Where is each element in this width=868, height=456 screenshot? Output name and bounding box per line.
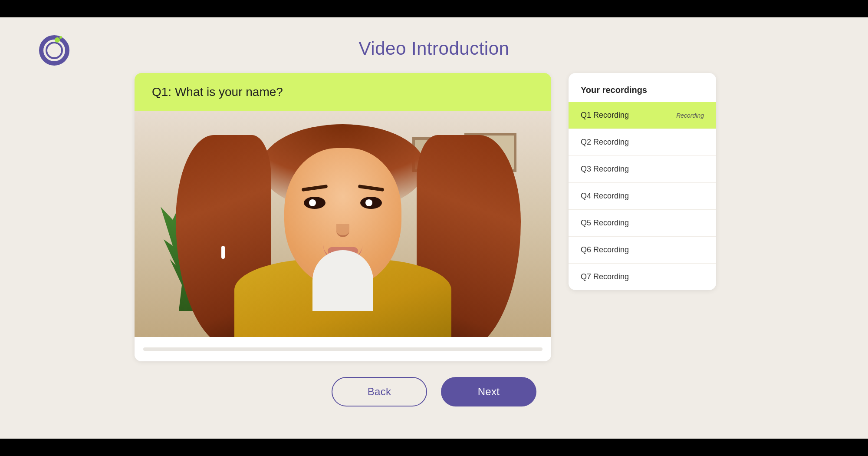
nose (336, 224, 349, 237)
recordings-panel: Your recordings Q1 Recording Recording Q… (569, 73, 716, 290)
main-container: Video Introduction Q1: What is your name… (0, 17, 868, 439)
question-banner: Q1: What is your name? (135, 73, 551, 111)
eye-left (304, 197, 326, 209)
video-panel: Q1: What is your name? (135, 73, 551, 361)
black-bar-bottom (0, 439, 868, 456)
page-title: Video Introduction (359, 38, 510, 59)
svg-point-3 (59, 36, 62, 39)
recording-item-q7-label: Q7 Recording (581, 272, 629, 281)
recording-item-q1-label: Q1 Recording (581, 111, 629, 120)
eyebrow-left (302, 185, 328, 192)
recording-item-q4[interactable]: Q4 Recording (569, 183, 716, 210)
recording-item-q3-label: Q3 Recording (581, 165, 629, 174)
video-background (135, 111, 551, 337)
nav-buttons: Back Next (332, 377, 536, 406)
black-bar-top (0, 0, 868, 17)
eyebrow-right (358, 185, 385, 192)
svg-point-1 (46, 43, 62, 58)
recording-item-q1[interactable]: Q1 Recording Recording (569, 102, 716, 129)
next-button[interactable]: Next (441, 377, 536, 406)
app-logo (35, 30, 74, 69)
video-area (135, 111, 551, 337)
video-bottom-bar (135, 337, 551, 361)
shirt-collar (312, 250, 373, 311)
recording-item-q5[interactable]: Q5 Recording (569, 210, 716, 237)
recording-item-q7[interactable]: Q7 Recording (569, 264, 716, 290)
recording-item-q2-label: Q2 Recording (581, 138, 629, 147)
recording-item-q5-label: Q5 Recording (581, 218, 629, 228)
content-area: Q1: What is your name? (135, 73, 733, 361)
recording-item-q3[interactable]: Q3 Recording (569, 156, 716, 183)
eye-right (360, 197, 382, 209)
svg-point-0 (41, 37, 67, 63)
recording-item-q1-badge: Recording (676, 112, 704, 119)
recording-item-q2[interactable]: Q2 Recording (569, 129, 716, 156)
recording-item-q6-label: Q6 Recording (581, 245, 629, 254)
progress-bar-track (143, 347, 542, 351)
recordings-panel-title: Your recordings (569, 73, 716, 102)
recording-item-q6[interactable]: Q6 Recording (569, 237, 716, 264)
back-button[interactable]: Back (332, 377, 427, 406)
earphone-wire (221, 246, 225, 259)
recording-item-q4-label: Q4 Recording (581, 192, 629, 201)
svg-point-2 (55, 37, 60, 43)
